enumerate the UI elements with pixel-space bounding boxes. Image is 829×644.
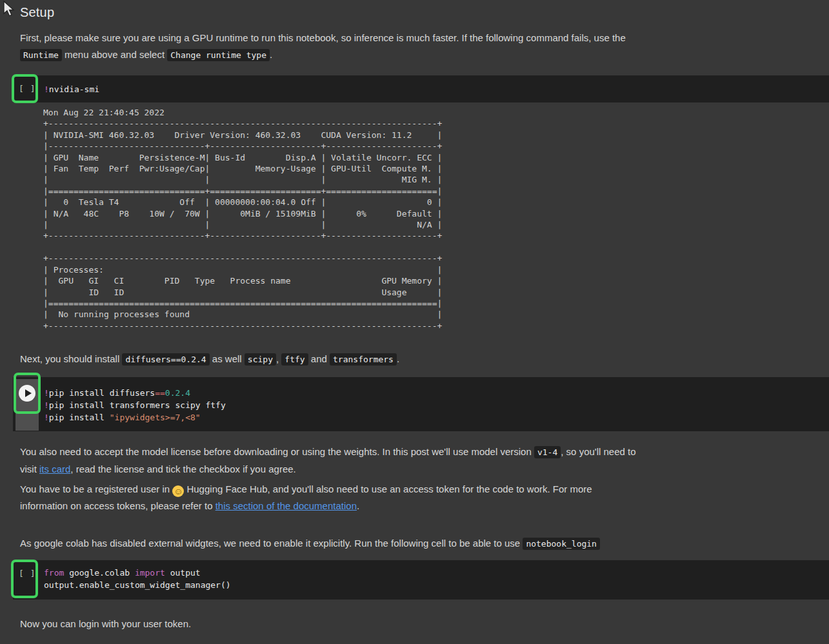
paragraph-text: menu above and select [62, 49, 167, 60]
paragraph-text: Next, you should install [20, 353, 122, 364]
code-editor[interactable]: from google.colab import output output.e… [44, 567, 231, 591]
widgets-paragraph: As google colab has disabled external wi… [20, 535, 600, 552]
code-editor-line: !pip install "ipywidgets>=7,<8" [44, 411, 226, 424]
code-text: nvidia-smi [49, 84, 99, 94]
code-cell-pip-install[interactable]: !pip install diffusers==0.2.4 !pip insta… [13, 377, 829, 431]
highlight-box-cell3 [11, 560, 38, 598]
code-number: 0.2.4 [165, 388, 190, 398]
inline-code-transformers: transformers [330, 353, 397, 366]
paragraph-text: . [357, 500, 359, 511]
hugging-face-emoji: ☺ [172, 485, 184, 497]
code-bang: ! [44, 413, 49, 422]
paragraph-text: and [308, 353, 330, 364]
inline-code-ftfy: ftfy [281, 353, 308, 366]
code-editor[interactable]: !pip install diffusers==0.2.4 !pip insta… [44, 387, 226, 424]
code-text: pip install diffusers [49, 388, 155, 398]
code-keyword: from [44, 568, 64, 578]
code-text: output.enable_custom_widget_manager() [44, 580, 231, 590]
documentation-link[interactable]: this section of the documentation [215, 500, 357, 511]
hub-paragraph: You have to be a registered user in ☺ Hu… [20, 481, 592, 514]
code-text: pip install transformers scipy ftfy [49, 400, 226, 410]
paragraph-text: visit [20, 463, 39, 474]
paragraph-text: Hugging Face Hub, and you'll also need t… [184, 483, 592, 494]
code-editor-line: output.enable_custom_widget_manager() [44, 579, 231, 591]
code-bang: ! [44, 388, 49, 398]
code-keyword: import [135, 568, 165, 578]
its-card-link[interactable]: its card [39, 463, 70, 474]
code-cell-nvidia-smi[interactable]: [ ] !nvidia-smi [13, 75, 829, 102]
code-string: "ipywidgets>=7,<8" [110, 413, 201, 422]
code-editor-line[interactable]: !nvidia-smi [44, 83, 99, 95]
inline-code-notebook-login: notebook_login [523, 538, 600, 550]
inline-code-diffusers: diffusers==0.2.4 [122, 353, 209, 366]
paragraph-text: . [397, 353, 399, 364]
paragraph-text: information on access tokens, please ref… [20, 500, 215, 511]
code-text: google.colab [64, 568, 135, 578]
paragraph-text: as well [210, 353, 245, 364]
code-editor-line: !pip install diffusers==0.2.4 [44, 387, 226, 399]
intro-paragraph: First, please make sure you are using a … [20, 30, 626, 64]
colab-notebook-page: { "colors": { "page_bg": "#383838", "cel… [0, 0, 829, 644]
login-paragraph: Now you can login with your user token. [20, 616, 191, 632]
license-paragraph: You also need to accept the model licens… [20, 444, 636, 478]
section-title: Setup [20, 5, 54, 20]
inline-code-scipy: scipy [245, 353, 276, 366]
code-cell-enable-widgets[interactable]: [ ] from google.colab import output outp… [13, 560, 829, 600]
highlight-box-cell2 [14, 373, 41, 414]
code-editor-line: !pip install transformers scipy ftfy [44, 399, 226, 411]
mouse-cursor-icon [3, 1, 18, 17]
code-text: output [165, 568, 201, 578]
code-operator: == [155, 388, 165, 398]
code-editor-line: from google.colab import output [44, 567, 231, 579]
paragraph-text: , read the license and tick the checkbox… [70, 463, 295, 474]
code-bang: ! [44, 84, 49, 94]
cell-output-nvidia-smi: Mon Aug 22 21:40:45 2022 +--------------… [43, 107, 442, 331]
install-paragraph: Next, you should install diffusers==0.2.… [20, 351, 399, 368]
paragraph-text: . [270, 49, 272, 60]
paragraph-text: Now you can login with your user token. [20, 618, 191, 629]
highlight-box-cell1 [12, 74, 38, 103]
code-bang: ! [44, 400, 49, 410]
inline-code-runtime: Runtime [20, 49, 62, 61]
paragraph-text: , so you'll need to [561, 446, 635, 457]
code-text: pip install [49, 413, 110, 422]
paragraph-text: You also need to accept the model licens… [20, 446, 534, 457]
inline-code-v1-4: v1-4 [534, 446, 561, 458]
inline-code-change-runtime-type: Change runtime type [167, 49, 270, 61]
paragraph-text: As google colab has disabled external wi… [20, 538, 523, 549]
paragraph-text: First, please make sure you are using a … [20, 32, 626, 43]
paragraph-text: You have to be a registered user in [20, 483, 172, 494]
